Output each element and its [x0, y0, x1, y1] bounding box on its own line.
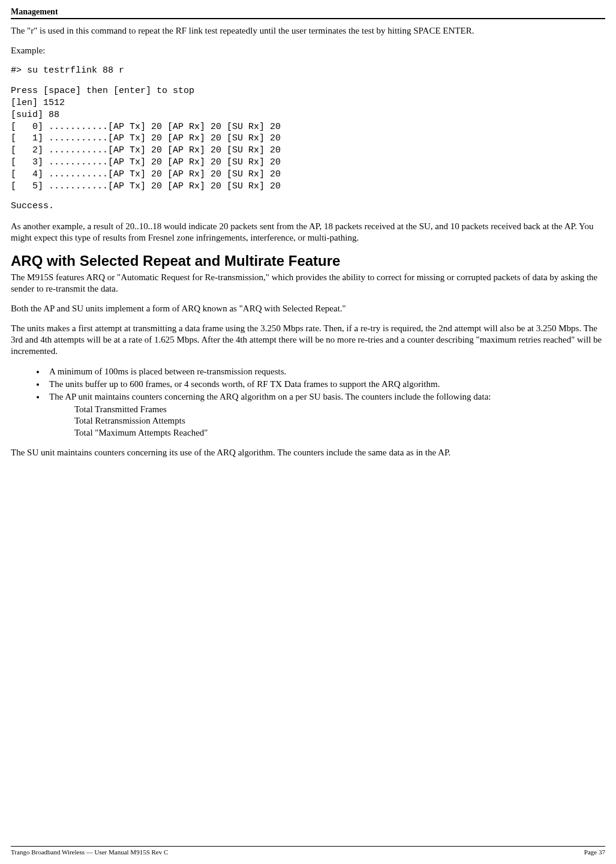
paragraph-arq-2: Both the AP and SU units implement a for… — [11, 303, 605, 314]
list-item: The AP unit maintains counters concernin… — [46, 391, 605, 439]
list-item-text: The AP unit maintains counters concernin… — [49, 392, 491, 401]
header-rule — [11, 18, 605, 19]
section-heading-arq: ARQ with Selected Repeat and Multirate F… — [11, 253, 605, 269]
list-item: The units buffer up to 600 frames, or 4 … — [46, 379, 605, 390]
page-footer: Trango Broadband Wireless — User Manual … — [11, 846, 605, 856]
sublist-item: Total "Maximum Attempts Reached" — [74, 427, 605, 439]
running-header: Management — [11, 7, 605, 18]
footer-rule — [11, 846, 605, 847]
bullet-list: A minimum of 100ms is placed between re-… — [11, 366, 605, 439]
terminal-output: Press [space] then [enter] to stop [len]… — [11, 85, 605, 192]
footer-right: Page 37 — [584, 848, 605, 856]
example-label: Example: — [11, 45, 605, 56]
paragraph-arq-4: The SU unit maintains counters concernin… — [11, 447, 605, 458]
command-line: #> su testrflink 88 r — [11, 65, 605, 77]
footer-row: Trango Broadband Wireless — User Manual … — [11, 848, 605, 856]
success-line: Success. — [11, 200, 605, 212]
sublist-item: Total Retransmission Attempts — [74, 415, 605, 427]
footer-left: Trango Broadband Wireless — User Manual … — [11, 848, 168, 856]
paragraph-intro: The "r" is used in this command to repea… — [11, 25, 605, 37]
paragraph-example2: As another example, a result of 20..10..… — [11, 221, 605, 244]
sublist: Total Transmitted Frames Total Retransmi… — [49, 404, 605, 439]
sublist-item: Total Transmitted Frames — [74, 404, 605, 415]
paragraph-arq-3: The units makes a first attempt at trans… — [11, 323, 605, 358]
list-item: A minimum of 100ms is placed between re-… — [46, 366, 605, 377]
page-content: Management The "r" is used in this comma… — [0, 0, 616, 458]
paragraph-arq-1: The M915S features ARQ or "Automatic Req… — [11, 272, 605, 295]
